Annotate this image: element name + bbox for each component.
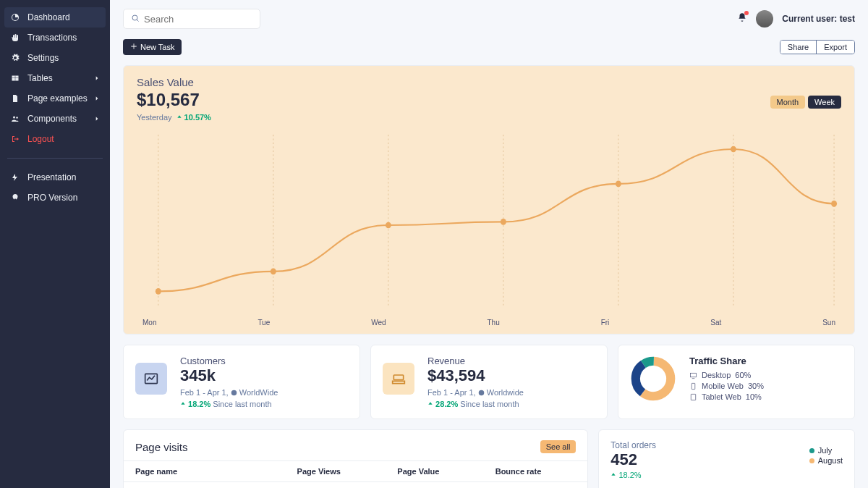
export-button[interactable]: Export [817, 41, 854, 54]
see-all-button[interactable]: See all [540, 440, 576, 453]
table-row[interactable]: /demo/admin/index.html3,225$20▲ 42,55% [124, 482, 587, 489]
chart-x-label: Thu [487, 319, 499, 327]
sales-pct: 10.57% [176, 113, 211, 122]
sidebar-item-presentation[interactable]: Presentation [4, 167, 106, 188]
sales-card: Sales Value $10,567 Yesterday 10.57% Mon… [123, 65, 855, 335]
sidebar-item-label: Page examples [27, 93, 88, 104]
traffic-item: Desktop 60% [689, 371, 764, 379]
plus-icon [130, 43, 137, 51]
hand-icon [10, 33, 20, 43]
sidebar-item-label: Presentation [27, 172, 76, 182]
chevron-right-icon [94, 73, 100, 83]
traffic-card: Traffic Share Desktop 60%Mobile Web 30%T… [618, 345, 855, 419]
chart-x-label: Tue [258, 319, 270, 327]
sidebar-item-label: PRO Version [27, 193, 77, 203]
sidebar: DashboardTransactionsSettingsTablesPage … [0, 0, 110, 488]
file-icon [10, 93, 20, 104]
table-header: Page Views [286, 461, 386, 482]
page-visits-card: Page visits See all Page namePage ViewsP… [123, 429, 588, 488]
sales-value: $10,567 [137, 90, 841, 110]
svg-point-19 [731, 146, 736, 153]
svg-point-16 [386, 222, 391, 229]
sidebar-item-dashboard[interactable]: Dashboard [4, 7, 106, 28]
svg-rect-32 [691, 394, 695, 400]
sidebar-divider [7, 158, 103, 159]
sidebar-item-label: Transactions [27, 33, 77, 43]
new-task-button[interactable]: New Task [123, 39, 182, 55]
topbar: Current user: test [123, 4, 855, 33]
sidebar-item-components[interactable]: Components [4, 109, 106, 129]
orders-title: Total orders [610, 440, 843, 450]
legend-item: July [809, 446, 843, 455]
visits-title: Page visits [135, 441, 188, 453]
logout-icon [10, 134, 20, 144]
visits-table: Page namePage ViewsPage ValueBounce rate… [124, 460, 587, 488]
sidebar-item-label: Components [27, 114, 77, 124]
orders-legend: JulyAugust [809, 446, 843, 466]
share-export-group: Share Export [780, 40, 855, 54]
svg-point-4 [16, 117, 18, 119]
sidebar-item-logout[interactable]: Logout [4, 129, 106, 149]
cashbox-icon [383, 363, 414, 395]
chart-x-label: Sat [710, 319, 721, 327]
month-button[interactable]: Month [770, 96, 806, 109]
chevron-right-icon [94, 114, 100, 124]
table-icon [10, 73, 20, 83]
avatar[interactable] [756, 10, 773, 28]
sidebar-item-label: Tables [27, 73, 53, 83]
legend-item: August [809, 456, 843, 465]
sales-chart [137, 135, 841, 316]
chart-x-labels: MonTueWedThuFriSatSun [137, 319, 841, 327]
sales-sub-label: Yesterday [137, 113, 172, 122]
svg-point-22 [231, 390, 237, 396]
search-input[interactable] [144, 14, 252, 25]
sidebar-item-settings[interactable]: Settings [4, 48, 106, 68]
sales-title: Sales Value [137, 76, 841, 88]
search-icon [131, 12, 140, 25]
customers-growth: 18.2% Since last month [180, 400, 278, 408]
chart-icon [135, 363, 167, 395]
sidebar-item-label: Dashboard [27, 12, 70, 22]
chart-x-label: Fri [601, 319, 610, 327]
week-button[interactable]: Week [808, 96, 841, 109]
users-icon [10, 114, 20, 124]
sidebar-item-transactions[interactable]: Transactions [4, 28, 106, 48]
svg-point-17 [501, 219, 506, 225]
table-header: Page name [124, 461, 286, 482]
gear-icon [10, 53, 20, 63]
customers-value: 345k [180, 366, 278, 385]
customers-title: Customers [180, 356, 278, 366]
svg-rect-23 [393, 375, 403, 380]
revenue-range: Feb 1 - Apr 1, Worldwide [427, 388, 524, 397]
rocket-icon [10, 193, 20, 203]
sidebar-item-label: Settings [27, 53, 59, 63]
svg-point-15 [271, 269, 276, 275]
orders-value: 452 [610, 450, 843, 469]
search-box[interactable] [123, 9, 260, 29]
revenue-growth: 28.2% Since last month [427, 400, 524, 408]
traffic-item: Mobile Web 30% [689, 382, 764, 390]
svg-point-25 [478, 390, 484, 396]
sidebar-item-tables[interactable]: Tables [4, 68, 106, 88]
revenue-card: Revenue $43,594 Feb 1 - Apr 1, Worldwide… [370, 345, 608, 419]
chart-x-label: Sun [822, 319, 835, 327]
chart-x-label: Wed [371, 319, 386, 327]
svg-rect-24 [393, 381, 405, 383]
table-header: Bounce rate [484, 461, 588, 482]
action-row: New Task Share Export [123, 39, 855, 55]
new-task-label: New Task [140, 43, 174, 51]
svg-rect-31 [692, 383, 695, 389]
sidebar-item-pro-version[interactable]: PRO Version [4, 188, 106, 208]
traffic-donut [630, 356, 676, 402]
period-toggle: Month Week [770, 96, 842, 109]
sidebar-item-page-examples[interactable]: Page examples [4, 88, 106, 109]
share-button[interactable]: Share [780, 41, 817, 54]
bolt-icon [10, 172, 20, 182]
svg-point-5 [132, 15, 137, 20]
traffic-item: Tablet Web 10% [689, 392, 764, 401]
table-header: Page Value [386, 461, 483, 482]
bell-icon[interactable] [737, 12, 747, 25]
chevron-right-icon [94, 93, 100, 104]
customers-range: Feb 1 - Apr 1, WorldWide [180, 388, 278, 397]
revenue-title: Revenue [427, 356, 524, 366]
